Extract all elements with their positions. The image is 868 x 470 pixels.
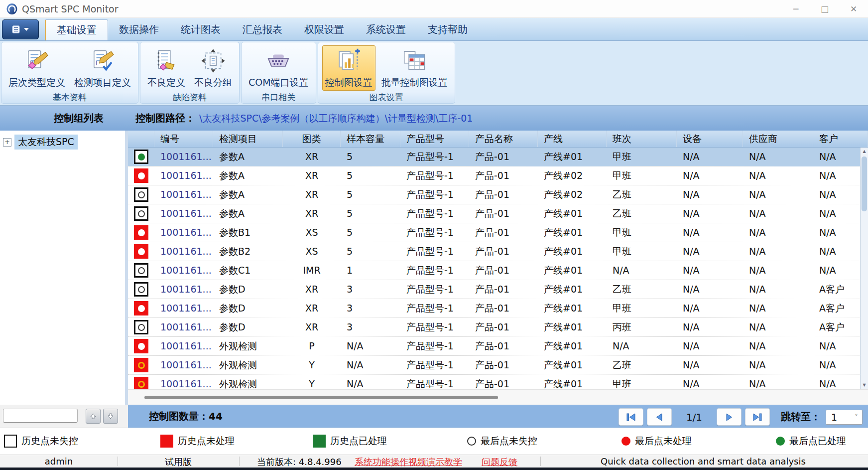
ribbon-button-defect-group[interactable]: 不良分组 xyxy=(191,45,235,91)
tab-support-help[interactable]: 支持帮助 xyxy=(417,19,479,40)
cell-product-model: 产品型号-1 xyxy=(400,261,469,280)
ribbon-button-com-port-settings[interactable]: COM端口设置 xyxy=(246,45,312,91)
table-row[interactable]: 1001161...参数AXR5产品型号-1产品-01产线#02甲班N/AN/A… xyxy=(128,166,868,185)
column-header-chart-type[interactable]: 图类 xyxy=(283,131,341,147)
cell-shift: 甲班 xyxy=(607,223,677,242)
last-page-button[interactable] xyxy=(745,408,770,426)
cell-line: 产线#01 xyxy=(538,204,607,223)
status-square xyxy=(134,301,148,315)
tab-permission-settings[interactable]: 权限设置 xyxy=(293,19,355,40)
tree-search-input[interactable] xyxy=(3,409,78,423)
cell-shift: 丙班 xyxy=(607,318,677,336)
column-header-device[interactable]: 设备 xyxy=(677,131,743,147)
ribbon-button-control-chart-settings[interactable]: 控制图设置 xyxy=(322,45,375,91)
tab-strip: 基础设置数据操作统计图表汇总报表权限设置系统设置支持帮助 xyxy=(45,19,479,40)
column-header-line[interactable]: 产线 xyxy=(538,131,607,147)
cell-shift: 甲班 xyxy=(607,166,677,185)
cell-supplier: N/A xyxy=(743,185,813,204)
close-button[interactable]: ✕ xyxy=(839,0,868,18)
svg-text:I: I xyxy=(96,59,98,67)
column-header-shift[interactable]: 班次 xyxy=(607,131,677,147)
next-page-button[interactable] xyxy=(717,408,742,426)
ribbon-button-inspection-item-define[interactable]: I检测项目定义 xyxy=(71,45,134,91)
table-row[interactable]: 1001161...参数DXR3产品型号-1产品-01产线#01乙班N/AN/A… xyxy=(128,280,868,299)
table-row[interactable]: 1001161...参数DXR3产品型号-1产品-01产线#01甲班N/AN/A… xyxy=(128,299,868,318)
column-header-status[interactable] xyxy=(128,131,154,147)
status-separator xyxy=(540,457,541,466)
table-row[interactable]: 1001161...参数AXR5产品型号-1产品-01产线#01乙班N/AN/A… xyxy=(128,204,868,223)
cell-product-model: 产品型号-1 xyxy=(400,356,469,374)
jump-to-combobox[interactable]: 1˅ xyxy=(826,410,863,425)
cell-product-model: 产品型号-1 xyxy=(400,242,469,261)
cell-device: N/A xyxy=(677,204,743,223)
column-header-product-name[interactable]: 产品名称 xyxy=(469,131,538,147)
minimize-button[interactable]: ─ xyxy=(781,0,810,18)
table-row[interactable]: 1001161...参数C1IMR1产品型号-1产品-01产线#01N/AN/A… xyxy=(128,261,868,280)
status-square xyxy=(134,377,148,389)
table-body: 1001161...参数AXR5产品型号-1产品-01产线#01甲班N/AN/A… xyxy=(128,148,868,389)
column-header-customer[interactable]: 客户 xyxy=(813,131,868,147)
chart-path-link[interactable]: \太友科技SPC\参考案例（以工序顺序构建）\计量型检测\工序-01 xyxy=(199,112,473,125)
table-row[interactable]: 1001161...参数AXR5产品型号-1产品-01产线#02乙班N/AN/A… xyxy=(128,185,868,204)
cell-item: 外观检测 xyxy=(213,337,283,355)
first-page-button[interactable] xyxy=(619,408,643,426)
tree-node-root[interactable]: 太友科技SPC xyxy=(14,135,78,150)
vertical-scrollbar[interactable]: ▲ ▼ xyxy=(860,148,868,389)
cell-supplier: N/A xyxy=(743,261,813,280)
cell-sample-size: N/A xyxy=(341,375,400,389)
legend-item-last-in-control: 最后点未失控 xyxy=(467,435,537,448)
ribbon-button-batch-control-chart-settings[interactable]: 批量控制图设置 xyxy=(378,45,451,91)
ribbon-button-defect-define[interactable]: 不良定义 xyxy=(144,45,188,91)
status-icon-white-hollow xyxy=(128,204,154,223)
status-feedback-link[interactable]: 问题反馈 xyxy=(482,456,517,468)
table-row[interactable]: 1001161...参数B2XS5产品型号-1产品-01产线#01甲班N/AN/… xyxy=(128,242,868,261)
search-up-button[interactable] xyxy=(86,409,101,424)
prev-page-button[interactable] xyxy=(647,408,672,426)
file-menu-button[interactable] xyxy=(2,19,39,39)
scroll-down-icon[interactable]: ▼ xyxy=(861,381,868,389)
status-square xyxy=(134,339,148,353)
status-video-tutorial-link[interactable]: 系统功能操作视频演示教学 xyxy=(355,456,462,468)
cell-device: N/A xyxy=(677,166,743,185)
table-row[interactable]: 1001161...外观检测PN/A产品型号-1产品-01产线#01N/AN/A… xyxy=(128,337,868,356)
tab-statistics-charts[interactable]: 统计图表 xyxy=(170,19,232,40)
table-row[interactable]: 1001161...参数B1XS5产品型号-1产品-01产线#01甲班N/AN/… xyxy=(128,223,868,242)
cell-line: 产线#01 xyxy=(538,375,607,389)
cell-id: 1001161... xyxy=(154,375,213,389)
ribbon-button-hierarchy-type-define[interactable]: P层次类型定义 xyxy=(5,45,68,91)
tree-expander-plus-icon[interactable]: + xyxy=(3,138,11,147)
search-down-button[interactable] xyxy=(103,409,118,424)
cell-chart-type: XR xyxy=(283,299,341,317)
cell-item: 参数A xyxy=(213,148,283,166)
column-header-sample-size[interactable]: 样本容量 xyxy=(341,131,400,147)
cell-sample-size: 5 xyxy=(341,148,400,166)
cell-sample-size: 5 xyxy=(341,223,400,242)
table-row[interactable]: 1001161...外观检测YN/A产品型号-1产品-01产线#01乙班N/AN… xyxy=(128,356,868,375)
table-row[interactable]: 1001161...参数AXR5产品型号-1产品-01产线#01甲班N/AN/A… xyxy=(128,148,868,166)
table-row[interactable]: 1001161...参数DXR3产品型号-1产品-01产线#01丙班N/AN/A… xyxy=(128,318,868,337)
cell-shift: 甲班 xyxy=(607,375,677,389)
cell-product-model: 产品型号-1 xyxy=(400,166,469,185)
column-header-item[interactable]: 检测项目 xyxy=(213,131,283,147)
column-header-supplier[interactable]: 供应商 xyxy=(743,131,813,147)
cell-supplier: N/A xyxy=(743,223,813,242)
tab-summary-reports[interactable]: 汇总报表 xyxy=(232,19,293,40)
scroll-up-icon[interactable]: ▲ xyxy=(861,148,868,156)
column-header-id[interactable]: 编号 xyxy=(154,131,213,147)
cell-supplier: N/A xyxy=(743,280,813,299)
cell-line: 产线#01 xyxy=(538,280,607,299)
vertical-scrollbar-thumb[interactable] xyxy=(862,157,867,211)
chevron-down-icon: ˅ xyxy=(855,413,862,421)
cell-id: 1001161... xyxy=(154,356,213,374)
tab-basic-settings[interactable]: 基础设置 xyxy=(45,19,108,40)
column-header-product-model[interactable]: 产品型号 xyxy=(400,131,469,147)
cell-product-name: 产品-01 xyxy=(469,356,538,374)
horizontal-scrollbar-thumb[interactable] xyxy=(144,396,498,399)
table-row[interactable]: 1001161...外观检测YN/A产品型号-1产品-01产线#01甲班N/AN… xyxy=(128,375,868,389)
tab-data-operation[interactable]: 数据操作 xyxy=(108,19,170,40)
tab-system-settings[interactable]: 系统设置 xyxy=(355,19,417,40)
horizontal-scrollbar[interactable] xyxy=(128,389,868,405)
cell-product-name: 产品-01 xyxy=(469,261,538,280)
legend-swatch-c-hollow xyxy=(467,437,476,446)
maximize-button[interactable]: □ xyxy=(810,0,839,18)
